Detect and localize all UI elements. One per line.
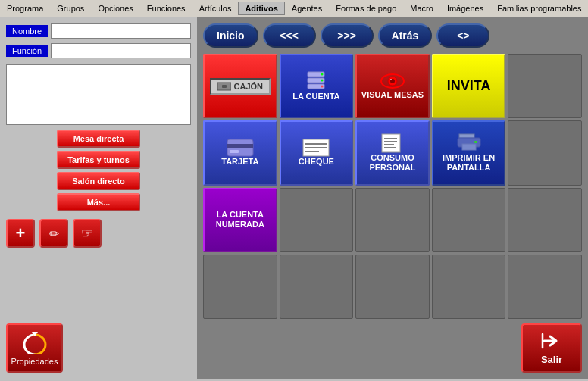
menu-agentes[interactable]: Agentes [285, 2, 329, 15]
svg-rect-21 [382, 134, 400, 152]
cheque-text: CHEQUE [299, 157, 334, 167]
button-group: Mesa directa Tarifas y turnos Salón dire… [6, 130, 191, 211]
bottom-right-bar: Salir [203, 323, 582, 373]
cheque-cell[interactable]: CHEQUE [280, 120, 354, 185]
svg-rect-15 [227, 144, 253, 148]
menubar: Programa Grupos Opciones Funciones Artíc… [0, 0, 588, 17]
svg-rect-16 [230, 150, 239, 153]
empty-3-2 [280, 188, 354, 252]
back3-button[interactable]: <<< [263, 23, 316, 48]
svg-rect-26 [459, 134, 474, 138]
empty-4-5 [508, 255, 582, 319]
salir-button[interactable]: Salir [521, 323, 582, 373]
doc-icon [380, 133, 405, 153]
empty-1-5 [508, 54, 582, 118]
menu-imagenes[interactable]: Imágenes [440, 2, 490, 15]
cajon-text: CAJÓN [234, 82, 264, 91]
nav-row: Inicio <<< >>> Atrás <> [203, 23, 582, 48]
tarifas-turnos-button[interactable]: Tarifas y turnos [57, 151, 140, 169]
svg-rect-29 [474, 141, 477, 143]
empty-3-3 [355, 188, 430, 252]
macro-grid: CAJÓN LA CUENTA [203, 54, 582, 319]
salir-icon [540, 331, 564, 351]
svg-point-13 [390, 79, 392, 80]
consumo-personal-content: CONSUMO PERSONAL [357, 122, 428, 183]
la-cuenta-text: LA CUENTA [292, 92, 339, 101]
la-cuenta-content: LA CUENTA [281, 55, 352, 117]
menu-opciones[interactable]: Opciones [91, 2, 139, 15]
la-cuenta-numerada-text: LA CUENTA NUMERADA [208, 210, 273, 230]
menu-aditivos[interactable]: Aditivos [238, 2, 284, 15]
action-icons-row: + ✏ ☞ [6, 219, 191, 248]
menu-articulos[interactable]: Artículos [192, 2, 239, 15]
printer-icon [456, 133, 482, 153]
imprimir-pantalla-cell[interactable]: IMPRIMIR EN PANTALLA [432, 120, 506, 185]
hand-icon: ☞ [81, 225, 93, 242]
tarjeta-text: TARJETA [221, 157, 258, 167]
hand-button[interactable]: ☞ [73, 219, 102, 248]
tarjeta-content: TARJETA [205, 122, 276, 183]
funcion-input[interactable] [51, 43, 191, 58]
la-cuenta-numerada-content: LA CUENTA NUMERADA [205, 189, 276, 251]
imprimir-pantalla-content: IMPRIMIR EN PANTALLA [433, 122, 505, 183]
atras-button[interactable]: Atrás [378, 23, 433, 48]
visual-mesas-text: VISUAL MESAS [361, 90, 424, 100]
cajon-cell[interactable]: CAJÓN [203, 54, 277, 118]
fwd3-button[interactable]: >>> [321, 23, 374, 48]
consumo-personal-cell[interactable]: CONSUMO PERSONAL [355, 120, 430, 185]
card-icon [227, 139, 254, 157]
la-cuenta-numerada-cell[interactable]: LA CUENTA NUMERADA [203, 188, 277, 252]
diamond-button[interactable]: <> [436, 23, 489, 48]
visual-mesas-content: VISUAL MESAS [357, 55, 428, 117]
eye-icon [380, 72, 405, 90]
nombre-label: Nombre [6, 25, 48, 37]
menu-familias[interactable]: Familias programables [490, 2, 588, 15]
svg-rect-3 [222, 85, 227, 88]
empty-3-4 [432, 188, 506, 252]
menu-programa[interactable]: Programa [0, 2, 50, 15]
propiedades-button[interactable]: Propiedades [6, 323, 63, 373]
funcion-label: Función [6, 45, 48, 57]
empty-2-5 [508, 120, 582, 185]
imprimir-pantalla-text: IMPRIMIR EN PANTALLA [436, 153, 502, 173]
menu-formas-pago[interactable]: Formas de pago [329, 2, 403, 15]
bottom-left-bar: Propiedades [6, 323, 191, 373]
invita-cell[interactable]: INVITA [432, 54, 506, 118]
invita-text: INVITA [447, 78, 491, 95]
visual-mesas-cell[interactable]: VISUAL MESAS [355, 54, 430, 118]
cheque-icon [302, 139, 330, 157]
empty-4-4 [432, 255, 506, 319]
svg-point-8 [321, 80, 324, 82]
edit-icon: ✏ [49, 226, 59, 241]
funcion-row: Función [6, 43, 191, 58]
add-icon: + [16, 223, 26, 243]
text-area [6, 64, 191, 125]
svg-point-7 [321, 73, 324, 76]
menu-funciones[interactable]: Funciones [140, 2, 192, 15]
nombre-input[interactable] [51, 23, 191, 39]
menu-grupos[interactable]: Grupos [50, 2, 91, 15]
cheque-content: CHEQUE [281, 122, 352, 183]
invita-content: INVITA [433, 55, 505, 117]
empty-4-2 [280, 255, 354, 319]
nombre-row: Nombre [6, 23, 191, 39]
tarjeta-cell[interactable]: TARJETA [203, 120, 277, 185]
empty-4-1 [203, 255, 277, 319]
la-cuenta-cell[interactable]: LA CUENTA [280, 54, 354, 118]
mas-button[interactable]: Más... [57, 193, 140, 211]
left-panel: Nombre Función Mesa directa Tarifas y tu… [0, 17, 197, 379]
main-layout: Nombre Función Mesa directa Tarifas y tu… [0, 17, 588, 379]
refresh-icon [21, 331, 48, 354]
mesa-directa-button[interactable]: Mesa directa [57, 130, 140, 148]
right-panel: Inicio <<< >>> Atrás <> CAJÓN [197, 17, 588, 379]
menu-macro[interactable]: Macro [403, 2, 440, 15]
inicio-button[interactable]: Inicio [203, 23, 258, 48]
server-icon [305, 70, 327, 92]
salir-label: Salir [541, 354, 562, 365]
edit-button[interactable]: ✏ [39, 219, 68, 248]
empty-4-3 [355, 255, 430, 319]
empty-3-5 [508, 188, 582, 252]
cajon-content: CAJÓN [205, 55, 276, 117]
add-button[interactable]: + [6, 219, 35, 248]
salon-directo-button[interactable]: Salón directo [57, 172, 140, 190]
